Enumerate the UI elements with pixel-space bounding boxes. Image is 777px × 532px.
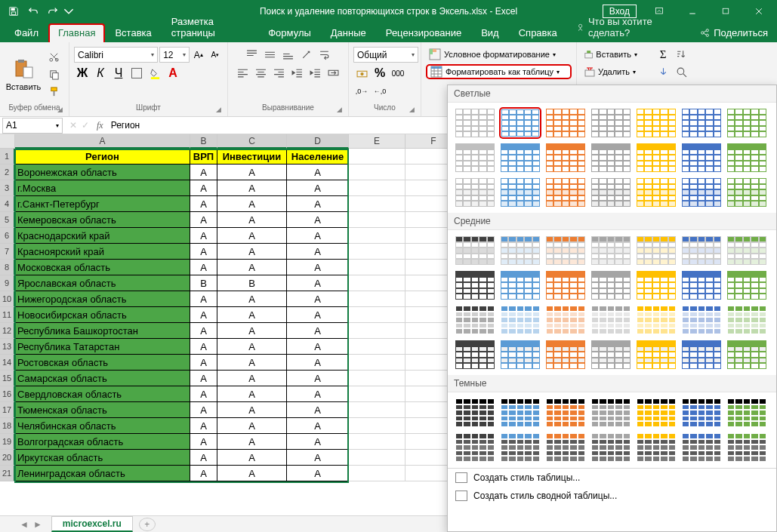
cell[interactable]: A [217, 402, 287, 418]
tell-me-input[interactable]: Что вы хотите сделать? [567, 12, 692, 42]
cell[interactable]: A [217, 228, 287, 244]
border-button[interactable] [128, 66, 145, 81]
table-style-option[interactable] [726, 397, 768, 429]
cell[interactable]: A [287, 196, 349, 212]
table-style-option[interactable] [454, 304, 496, 336]
table-style-option[interactable] [680, 397, 723, 429]
col-header[interactable]: E [349, 134, 405, 149]
cell[interactable] [349, 275, 405, 291]
cell[interactable] [349, 339, 405, 355]
cell[interactable]: A [217, 418, 287, 434]
tab-файл[interactable]: Файл [5, 23, 48, 42]
align-bottom-button[interactable] [280, 47, 297, 62]
table-style-option[interactable] [680, 177, 723, 208]
col-header[interactable]: C [217, 134, 287, 149]
table-style-option[interactable] [726, 269, 768, 301]
cell[interactable]: Тюменская область [15, 402, 190, 418]
cell[interactable]: A [287, 402, 349, 418]
cell[interactable]: A [287, 371, 349, 386]
cell[interactable]: Население [287, 149, 349, 165]
cell[interactable]: Самарская область [15, 371, 190, 386]
cell[interactable]: A [190, 180, 217, 196]
table-style-option[interactable] [499, 269, 541, 301]
table-style-option[interactable] [635, 432, 677, 463]
merge-button[interactable] [325, 65, 342, 80]
table-style-option[interactable] [499, 304, 541, 336]
cell[interactable]: A [190, 386, 217, 402]
cell[interactable] [349, 323, 405, 339]
tab-главная[interactable]: Главная [48, 23, 105, 42]
row-header[interactable]: 1 [0, 149, 15, 165]
row-header[interactable]: 15 [0, 371, 15, 386]
table-style-option[interactable] [499, 142, 541, 174]
cell[interactable]: A [287, 212, 349, 228]
cell[interactable]: A [217, 434, 287, 450]
cell[interactable]: Кемеровская область [15, 212, 190, 228]
table-style-option[interactable] [499, 432, 541, 463]
fill-color-button[interactable] [146, 66, 163, 81]
table-style-option[interactable] [680, 432, 723, 463]
cell[interactable]: A [190, 196, 217, 212]
sheet-tab[interactable]: microexcel.ru [51, 516, 133, 532]
table-style-option[interactable] [590, 235, 632, 266]
maximize-button[interactable] [711, 2, 741, 20]
wrap-text-button[interactable] [316, 47, 333, 62]
table-style-option[interactable] [590, 397, 632, 429]
table-style-option[interactable] [635, 142, 677, 174]
cell[interactable]: A [190, 450, 217, 466]
row-header[interactable]: 3 [0, 180, 15, 196]
cell[interactable]: A [287, 291, 349, 307]
currency-button[interactable] [353, 66, 370, 81]
table-style-option[interactable] [635, 107, 677, 139]
cell[interactable]: A [287, 165, 349, 180]
table-style-option[interactable] [590, 269, 632, 301]
underline-button[interactable]: Ч [110, 66, 127, 81]
cell[interactable]: A [217, 244, 287, 260]
sort-filter-button[interactable] [673, 47, 689, 62]
table-style-option[interactable] [544, 397, 587, 429]
table-style-option[interactable] [726, 177, 768, 208]
cell[interactable] [349, 228, 405, 244]
cut-button[interactable] [45, 49, 62, 64]
cell[interactable]: A [287, 323, 349, 339]
cell[interactable]: A [217, 307, 287, 323]
table-style-option[interactable] [590, 107, 632, 139]
cell[interactable]: Красноярский край [15, 244, 190, 260]
tab-разметка страницы[interactable]: Разметка страницы [162, 12, 258, 42]
name-box[interactable]: A1▾ [2, 118, 63, 134]
format-painter-button[interactable] [45, 84, 62, 99]
decrease-indent-button[interactable] [289, 65, 306, 80]
row-header[interactable]: 13 [0, 339, 15, 355]
paste-button[interactable]: Вставить [5, 55, 42, 93]
table-style-option[interactable] [680, 339, 723, 371]
insert-function-button[interactable]: fx [94, 120, 106, 131]
orientation-button[interactable] [298, 47, 315, 62]
cell[interactable]: A [190, 355, 217, 371]
find-button[interactable] [673, 64, 689, 79]
cell[interactable]: A [287, 355, 349, 371]
font-size-combo[interactable]: 12▾ [159, 47, 189, 63]
enter-formula-icon[interactable]: ✓ [82, 120, 89, 131]
cell[interactable]: A [287, 180, 349, 196]
cell[interactable]: A [287, 260, 349, 275]
cell[interactable] [349, 371, 405, 386]
table-style-option[interactable] [726, 432, 768, 463]
table-style-option[interactable] [680, 269, 723, 301]
cell[interactable] [349, 149, 405, 165]
cell[interactable]: Иркутская область [15, 450, 190, 466]
cell[interactable] [349, 450, 405, 466]
undo-button[interactable] [24, 2, 42, 20]
dialog-launcher-icon[interactable]: ◢ [407, 106, 416, 115]
table-style-option[interactable] [544, 304, 587, 336]
dialog-launcher-icon[interactable]: ◢ [55, 106, 64, 115]
table-style-option[interactable] [499, 235, 541, 266]
table-style-option[interactable] [454, 339, 496, 371]
close-button[interactable] [744, 2, 774, 20]
cell[interactable] [349, 212, 405, 228]
cell[interactable]: B [190, 275, 217, 291]
table-style-option[interactable] [499, 397, 541, 429]
row-header[interactable]: 4 [0, 196, 15, 212]
table-style-option[interactable] [454, 107, 496, 139]
table-style-option[interactable] [726, 339, 768, 371]
cell[interactable] [349, 291, 405, 307]
